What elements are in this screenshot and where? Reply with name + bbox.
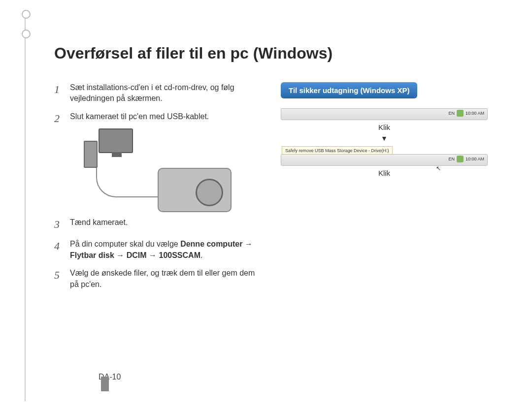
windows-taskbar: EN 10:00 AM: [281, 108, 488, 120]
pc-tower-icon: [84, 141, 98, 168]
camera-icon: [158, 168, 232, 212]
safely-remove-icon: [457, 156, 464, 162]
step-4: 4 På din computer skal du vælge Denne co…: [54, 239, 261, 261]
sidebar-heading: Til sikker udtagning (Windows XP): [281, 82, 417, 98]
step-1: 1 Sæt installations-cd'en i et cd-rom-dr…: [54, 82, 261, 104]
step-text: Tænd kameraet.: [70, 217, 128, 232]
step-text: Slut kameraet til pc'en med USB-kablet.: [70, 111, 209, 126]
step-text: På din computer skal du vælge Denne comp…: [70, 239, 261, 261]
dot: .: [200, 251, 202, 259]
click-label: Klik: [281, 169, 488, 177]
step-3: 3 Tænd kameraet.: [54, 217, 261, 232]
language-indicator: EN: [448, 111, 455, 116]
step-number: 5: [54, 268, 64, 290]
monitor-icon: [99, 128, 133, 153]
usb-cable-icon: [96, 168, 160, 197]
balloon-row: Safely remove USB Mass Storage Device - …: [281, 145, 488, 166]
right-column: Til sikker udtagning (Windows XP) EN 10:…: [281, 82, 488, 297]
content-columns: 1 Sæt installations-cd'en i et cd-rom-dr…: [54, 82, 488, 297]
step-text: Sæt installations-cd'en i et cd-rom-drev…: [70, 82, 261, 104]
step-text: Vælg de ønskede filer, og træk dem til e…: [70, 268, 261, 290]
page-tab-marker: [101, 377, 109, 391]
text: På din computer skal du vælge: [70, 240, 180, 248]
safely-remove-icon: [457, 110, 464, 117]
clock: 10:00 AM: [466, 157, 484, 161]
taskbar-tray: EN 10:00 AM: [448, 156, 484, 162]
language-indicator: EN: [448, 157, 455, 161]
step-number: 1: [54, 82, 64, 104]
step-2: 2 Slut kameraet til pc'en med USB-kablet…: [54, 111, 261, 126]
clock: 10:00 AM: [466, 111, 484, 116]
bold-path: DCIM: [127, 251, 147, 259]
windows-taskbar: EN 10:00 AM: [281, 154, 488, 166]
arrow: →: [147, 251, 159, 259]
down-arrow-icon: ▼: [281, 134, 488, 142]
left-column: 1 Sæt installations-cd'en i et cd-rom-dr…: [54, 82, 261, 297]
manual-page: Overførsel af filer til en pc (Windows) …: [0, 0, 532, 411]
taskbar-tray: EN 10:00 AM: [448, 110, 484, 117]
step-number: 2: [54, 111, 64, 126]
bold-path: Denne computer: [180, 240, 242, 248]
page-title: Overførsel af filer til en pc (Windows): [54, 44, 488, 63]
step-number: 3: [54, 217, 64, 232]
step-5: 5 Vælg de ønskede filer, og træk dem til…: [54, 268, 261, 290]
step-number: 4: [54, 239, 64, 261]
bold-path: Flytbar disk: [70, 251, 114, 259]
click-label: Klik: [281, 123, 488, 131]
cursor-icon: ↖: [436, 165, 441, 172]
connection-illustration: [69, 133, 261, 207]
arrow: →: [114, 251, 127, 259]
arrow: →: [242, 240, 252, 248]
bold-path: 100SSCAM: [159, 251, 200, 259]
